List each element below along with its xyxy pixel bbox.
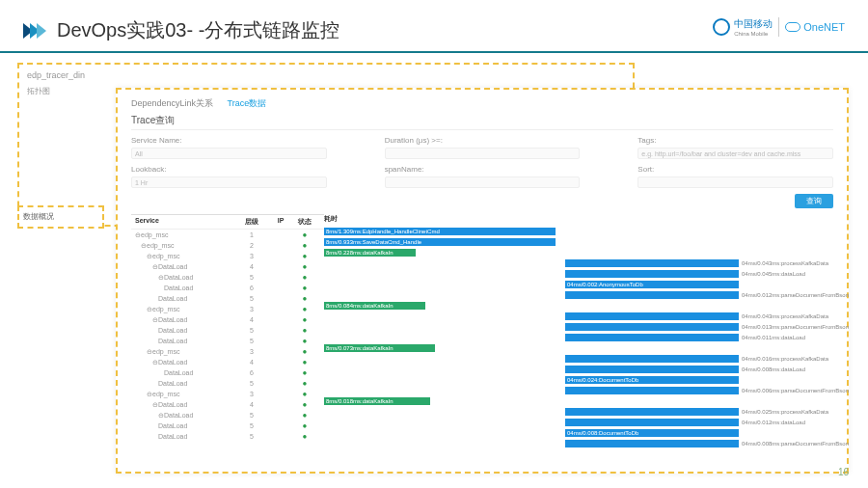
timeline-bar[interactable]: 04ms/0.002:AnonymousToDb (565, 281, 739, 288)
th-service: Service (131, 217, 237, 227)
trace-row[interactable]: DataLoad6● (131, 283, 324, 293)
th-status: 状态 (295, 217, 314, 227)
slide-title: DevOps实践03- -分布式链路监控 (57, 17, 339, 43)
trace-row[interactable]: DataLoad5● (131, 420, 324, 431)
trace-row[interactable]: ⊖DataLoad4● (131, 357, 324, 367)
chevron-decoration (23, 23, 43, 39)
timeline-bar[interactable]: 04ms/0.008ms:dataLoad (565, 366, 739, 373)
spanname-input[interactable] (385, 176, 581, 188)
trace-query-title: Trace查询 (131, 114, 833, 127)
page-number: 16 (838, 467, 849, 477)
timeline-bar[interactable]: 04ms/0.025ms:processKafkaData (565, 408, 739, 416)
timeline-bar[interactable]: 04ms/0.011ms:dataLoad (565, 334, 739, 341)
timeline-bar[interactable]: 8ms/0.073ms:dataKafkaIn (324, 344, 435, 352)
trace-row[interactable]: DataLoad5● (131, 293, 324, 304)
duration-input[interactable] (385, 148, 581, 159)
lookback-label: Lookback: (131, 165, 327, 174)
sort-label: Sort: (637, 165, 833, 174)
timeline-bar[interactable]: 04ms/0.012ms:dataLoad (565, 419, 739, 426)
trace-row[interactable]: DataLoad5● (131, 325, 324, 336)
th-timeline: 耗时 (324, 214, 338, 224)
trace-row[interactable]: DataLoad5● (131, 336, 324, 346)
trace-row[interactable]: ⊖edp_msc3● (131, 389, 324, 399)
trace-row[interactable]: ⊖DataLoad4● (131, 399, 324, 410)
timeline-bar[interactable]: 04ms/0.016ms:processKafkaData (565, 355, 739, 363)
data-overview-label: 数据概况 (17, 205, 104, 229)
timeline-bar[interactable]: 8ms/0.228ms:dataKafkaIn (324, 249, 416, 257)
cloud-icon (785, 22, 800, 32)
trace-row[interactable]: ⊖edp_msc2● (131, 240, 324, 251)
service-name-input[interactable]: All (131, 148, 327, 159)
timeline-bar[interactable]: 04ms/0.008ms:parseDocumentFromBson (565, 440, 739, 447)
trace-row[interactable]: ⊖edp_msc3● (131, 251, 324, 261)
trace-row[interactable]: DataLoad5● (131, 378, 324, 389)
timeline-bar[interactable]: 04ms/0.024:DocumentToDb (565, 376, 739, 384)
timeline-bar[interactable]: 04ms/0.043ms:processKafkaData (565, 259, 739, 267)
lookback-input[interactable]: 1 Hr (131, 176, 327, 188)
timeline-bar[interactable]: 04ms/0.043ms:processKafkaData (565, 312, 739, 320)
onenet-logo: OneNET (785, 21, 845, 33)
timeline-bar[interactable]: 8ms/0.018ms:dataKafkaIn (324, 397, 430, 405)
trace-row[interactable]: ⊖edp_msc3● (131, 346, 324, 357)
trace-row[interactable]: DataLoad5● (131, 431, 324, 442)
trace-row[interactable]: ⊖DataLoad4● (131, 261, 324, 272)
timeline-bar[interactable]: 04ms/0.013ms:parseDocumentFromBson (565, 323, 739, 331)
trace-row[interactable]: ⊖edp_msc3● (131, 304, 324, 314)
timeline-bar[interactable]: 8ms/1.309ms:EdpHandle_HandleClinetCmd (324, 228, 556, 235)
timeline-bar[interactable]: 04ms/0.006ms:parseDocumentFromBson (565, 387, 739, 394)
trace-row[interactable]: DataLoad6● (131, 367, 324, 378)
sort-input[interactable] (637, 176, 833, 188)
tab-trace[interactable]: Trace数据 (228, 98, 267, 108)
topology-title: edp_tracer_din (27, 70, 625, 80)
trace-row[interactable]: ⊖DataLoad4● (131, 314, 324, 325)
duration-label: Duration (μs) >=: (385, 136, 581, 145)
slide-header: DevOps实践03- -分布式链路监控 中国移动 China Mobile O… (0, 0, 868, 51)
th-ip: IP (266, 217, 295, 227)
timeline-bar[interactable]: 04ms/0.012ms:parseDocumentFromBson (565, 291, 739, 299)
tags-input[interactable]: e.g. http.url=/foo/bar and cluster=dev a… (637, 148, 833, 159)
trace-row[interactable]: ⊖DataLoad5● (131, 410, 324, 420)
trace-panel: DependencyLink关系 Trace数据 Trace查询 Service… (116, 88, 849, 474)
timeline-bar[interactable]: 04ms/0.045ms:dataLoad (565, 270, 739, 278)
tab-dependency[interactable]: DependencyLink关系 (131, 98, 213, 108)
header-divider (0, 51, 868, 53)
timeline-bar[interactable]: 8ms/0.933ms:SaveDataCmd_Handle (324, 238, 556, 246)
trace-tree: Service 层级 IP 状态 ⊖edp_msc1●⊖edp_msc2●⊖ed… (131, 214, 324, 442)
spanname-label: spanName: (385, 165, 581, 174)
th-level: 层级 (237, 217, 266, 227)
trace-row[interactable]: ⊖edp_msc1● (131, 230, 324, 240)
logo-group: 中国移动 China Mobile OneNET (713, 17, 845, 37)
trace-row[interactable]: ⊖DataLoad5● (131, 272, 324, 283)
service-name-label: Service Name: (131, 136, 327, 145)
trace-timeline: 耗时 8ms/1.309ms:EdpHandle_HandleClinetCmd… (324, 214, 833, 442)
search-button[interactable]: 查询 (795, 194, 833, 208)
tags-label: Tags: (637, 136, 833, 145)
timeline-bar[interactable]: 8ms/0.084ms:dataKafkaIn (324, 302, 425, 310)
timeline-bar[interactable]: 04ms/0.008:DocumentToDb (565, 429, 739, 437)
china-mobile-logo: 中国移动 China Mobile (713, 17, 773, 37)
